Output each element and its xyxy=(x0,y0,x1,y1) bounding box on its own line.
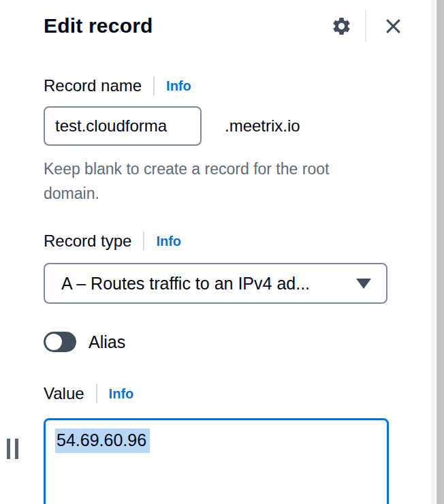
value-info-link[interactable]: Info xyxy=(109,386,134,402)
header-actions xyxy=(330,10,405,42)
record-name-helper-text: Keep blank to create a record for the ro… xyxy=(44,157,370,206)
value-field: Value Info 54.69.60.96 xyxy=(44,383,402,504)
selected-text: 54.69.60.96 xyxy=(55,428,150,453)
alias-toggle[interactable] xyxy=(44,332,76,352)
chevron-down-icon xyxy=(356,279,371,289)
value-textarea[interactable]: 54.69.60.96 xyxy=(44,418,389,504)
resize-bar xyxy=(15,439,18,459)
record-type-label: Record type xyxy=(44,232,131,251)
label-divider xyxy=(143,232,144,251)
panel-header: Edit record xyxy=(0,0,444,42)
resize-bar xyxy=(7,439,10,459)
label-divider xyxy=(153,76,155,95)
panel-resize-handle-icon[interactable] xyxy=(7,439,18,459)
record-type-selected-value: A – Routes traffic to an IPv4 ad... xyxy=(61,274,310,294)
gear-icon xyxy=(331,16,352,37)
scrollbar-thumb[interactable] xyxy=(437,0,444,504)
alias-label: Alias xyxy=(89,332,125,352)
settings-button[interactable] xyxy=(330,14,353,37)
scrollbar[interactable] xyxy=(432,0,444,504)
record-type-info-link[interactable]: Info xyxy=(156,234,181,249)
label-divider xyxy=(96,384,97,403)
alias-field: Alias xyxy=(44,331,402,353)
scrollbar-track xyxy=(432,0,435,504)
domain-suffix: .meetrix.io xyxy=(225,116,300,136)
record-name-field: Record name Info .meetrix.io Keep blank … xyxy=(44,75,402,206)
value-label-row: Value Info xyxy=(44,383,402,405)
panel-body: Record name Info .meetrix.io Keep blank … xyxy=(0,75,444,504)
close-button[interactable] xyxy=(381,14,405,37)
header-divider xyxy=(365,10,366,42)
record-type-select[interactable]: A – Routes traffic to an IPv4 ad... xyxy=(44,263,387,304)
record-name-label: Record name xyxy=(44,76,142,95)
page-title: Edit record xyxy=(44,11,153,41)
record-name-input-row: .meetrix.io xyxy=(44,106,402,146)
record-name-info-link[interactable]: Info xyxy=(166,78,191,94)
record-type-field: Record type Info A – Routes traffic to a… xyxy=(44,230,402,304)
toggle-knob-icon xyxy=(46,334,62,350)
record-type-label-row: Record type Info xyxy=(44,230,402,252)
close-icon xyxy=(383,16,404,37)
value-label: Value xyxy=(44,384,84,403)
edit-record-panel: Edit record Record name Info xyxy=(0,0,444,504)
record-name-label-row: Record name Info xyxy=(44,75,402,97)
record-name-input[interactable] xyxy=(44,106,202,146)
